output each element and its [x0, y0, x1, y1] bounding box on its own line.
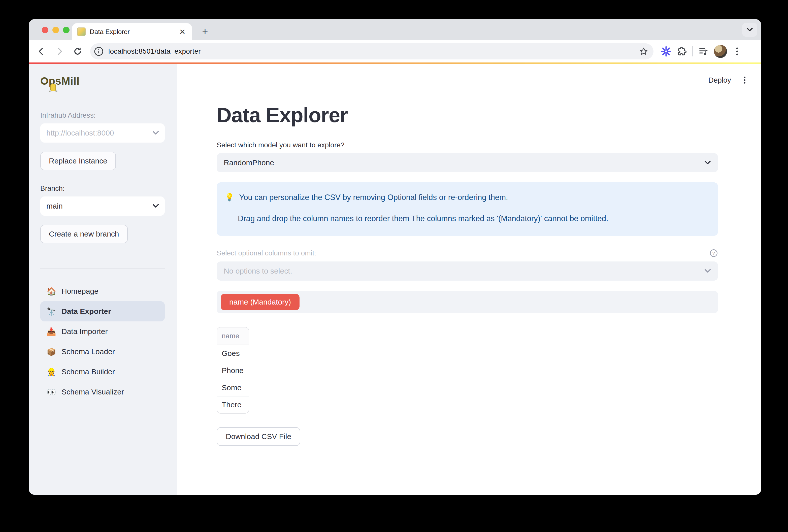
svg-text:?: ? — [712, 251, 715, 256]
new-tab-button[interactable]: + — [198, 25, 212, 39]
model-select-value: RandomPhone — [224, 158, 274, 167]
infrahub-address-value: http://localhost:8000 — [46, 129, 114, 137]
minimize-window-button[interactable] — [53, 27, 59, 33]
omit-columns-value: No options to select. — [224, 267, 292, 275]
zoom-window-button[interactable] — [63, 27, 70, 33]
construction-worker-icon: 👷 — [46, 368, 56, 376]
site-info-icon[interactable] — [93, 46, 104, 57]
package-icon: 📦 — [46, 347, 56, 356]
tab-strip: Data Explorer ✕ + — [29, 19, 761, 40]
home-icon: 🏠 — [46, 287, 56, 296]
lightbulb-icon: 💡 — [225, 192, 234, 203]
app-header: Deploy — [177, 64, 761, 86]
download-csv-button[interactable]: Download CSV File — [217, 427, 300, 446]
streamlit-app: OpsMill Infrahub Address: http://localho… — [29, 64, 761, 495]
branch-label: Branch: — [40, 184, 165, 193]
tab-title: Data Explorer — [90, 28, 174, 36]
back-button[interactable] — [34, 44, 49, 59]
omit-columns-label: Select optional columns to omit: — [217, 249, 316, 257]
sidebar-divider — [40, 269, 165, 269]
browser-tab[interactable]: Data Explorer ✕ — [72, 23, 192, 40]
address-bar[interactable]: localhost:8501/data_exporter — [90, 43, 653, 59]
page-title: Data Explorer — [217, 103, 718, 127]
table-row: Some — [217, 379, 249, 396]
tab-search-button[interactable] — [742, 23, 757, 37]
sidebar-item-schema-builder[interactable]: 👷 Schema Builder — [40, 362, 165, 382]
replace-instance-button[interactable]: Replace Instance — [40, 152, 116, 170]
media-controls-icon[interactable] — [698, 46, 709, 57]
sidebar: OpsMill Infrahub Address: http://localho… — [29, 64, 177, 495]
chevron-down-icon — [704, 161, 711, 165]
table-row: Goes — [217, 345, 249, 362]
opsmill-logo: OpsMill — [40, 75, 80, 87]
browser-window: Data Explorer ✕ + — [29, 19, 761, 495]
sidebar-item-schema-visualizer[interactable]: 👀 Schema Visualizer — [40, 382, 165, 402]
main-panel: Deploy Data Explorer Select which model … — [177, 64, 761, 495]
sidebar-item-label: Schema Loader — [61, 347, 115, 356]
page-content: Data Explorer Select which model you wan… — [217, 103, 718, 446]
screen: Data Explorer ✕ + — [0, 0, 788, 532]
opsmill-mascot-icon — [51, 84, 56, 91]
chevron-down-icon — [704, 269, 711, 273]
app-menu-icon[interactable] — [740, 76, 749, 85]
extensions-puzzle-icon[interactable] — [677, 46, 687, 57]
sidebar-item-homepage[interactable]: 🏠 Homepage — [40, 281, 165, 301]
bookmark-star-icon[interactable] — [639, 46, 648, 56]
chevron-down-icon — [747, 28, 753, 32]
profile-avatar[interactable] — [714, 45, 727, 58]
sidebar-item-label: Schema Visualizer — [61, 388, 124, 396]
eyes-icon: 👀 — [46, 388, 56, 396]
sidebar-item-data-importer[interactable]: 📥 Data Importer — [40, 321, 165, 341]
table-row: Phone — [217, 362, 249, 379]
column-chip-strip: name (Mandatory) — [217, 291, 718, 313]
omit-row: Select optional columns to omit: ? — [217, 249, 718, 257]
column-chip-name-mandatory[interactable]: name (Mandatory) — [221, 294, 299, 310]
chevron-down-icon — [153, 204, 159, 208]
reload-button[interactable] — [70, 44, 85, 59]
inbox-tray-icon: 📥 — [46, 327, 56, 336]
telescope-icon: 🔭 — [46, 307, 56, 316]
close-window-button[interactable] — [42, 27, 48, 33]
toolbar-right — [661, 45, 744, 58]
infrahub-address-select[interactable]: http://localhost:8000 — [40, 123, 165, 142]
sidebar-item-label: Homepage — [61, 287, 98, 295]
create-branch-button[interactable]: Create a new branch — [40, 225, 128, 243]
model-select[interactable]: RandomPhone — [217, 153, 718, 172]
sidebar-item-data-exporter[interactable]: 🔭 Data Exporter — [40, 301, 165, 321]
extension-asterisk-icon[interactable] — [661, 46, 672, 57]
tab-favicon-icon — [77, 27, 86, 36]
info-box: 💡 You can personalize the CSV by removin… — [217, 182, 718, 236]
tab-close-icon[interactable]: ✕ — [178, 27, 187, 36]
url-text[interactable]: localhost:8501/data_exporter — [108, 47, 635, 55]
sidebar-item-label: Data Exporter — [61, 307, 111, 316]
sidebar-item-schema-loader[interactable]: 📦 Schema Loader — [40, 341, 165, 362]
table-header-name: name — [217, 328, 249, 345]
preview-table: name Goes Phone Some There — [217, 327, 249, 414]
window-controls — [42, 27, 70, 33]
help-icon[interactable]: ? — [709, 249, 718, 257]
sidebar-item-label: Schema Builder — [61, 368, 115, 376]
chevron-down-icon — [153, 131, 159, 135]
branch-select[interactable]: main — [40, 196, 165, 216]
browser-toolbar: localhost:8501/data_exporter — [29, 40, 761, 62]
deploy-button[interactable]: Deploy — [708, 76, 731, 84]
infrahub-address-label: Infrahub Address: — [40, 111, 165, 119]
branch-value: main — [46, 202, 63, 210]
toolbar-separator — [692, 46, 693, 56]
info-text-line2: Drag and drop the column names to reorde… — [238, 213, 608, 225]
info-text-line1: You can personalize the CSV by removing … — [239, 192, 508, 203]
table-row: There — [217, 396, 249, 413]
model-select-label: Select which model you want to explore? — [217, 141, 718, 149]
logo-row: OpsMill — [40, 75, 165, 96]
forward-button[interactable] — [52, 44, 67, 59]
browser-menu-icon[interactable] — [732, 46, 742, 56]
sidebar-item-label: Data Importer — [61, 327, 107, 336]
omit-columns-select[interactable]: No options to select. — [217, 261, 718, 281]
